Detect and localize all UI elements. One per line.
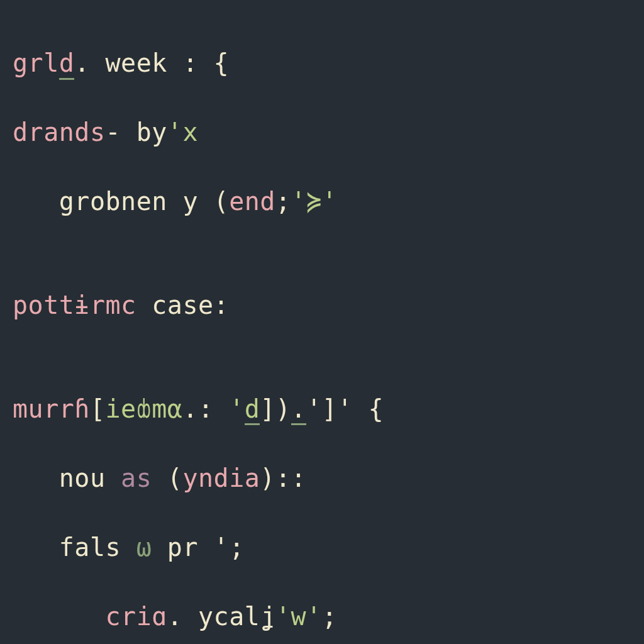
code-line: nou as (yndia)::	[13, 461, 631, 496]
token-string: '≽'	[291, 187, 338, 216]
token-identifier: fals	[13, 533, 136, 562]
token-punct: ;	[322, 602, 338, 631]
code-editor[interactable]: grld. week : { drands- by'x grobnen y (e…	[0, 0, 644, 644]
code-line: grobnen y (end;'≽'	[13, 184, 631, 219]
token-identifier: d	[59, 48, 75, 80]
code-line: grld. week : {	[13, 46, 631, 80]
token-identifier: ieȸmα	[106, 394, 183, 423]
token-punct: (	[214, 187, 230, 216]
token-identifier: pr	[167, 533, 214, 562]
token-identifier: week	[90, 48, 183, 77]
token-identifier: criɑ	[13, 602, 167, 631]
token-bracket: [	[90, 394, 106, 423]
token-punct: .	[167, 602, 198, 631]
token-punct: :	[198, 394, 229, 423]
token-identifier: murrɦ	[13, 394, 90, 423]
token-keyword: as	[121, 464, 167, 492]
token-punct: ';	[214, 533, 245, 562]
token-punct: ']' {	[306, 394, 384, 423]
token-punct: ;	[275, 187, 291, 216]
token-string: d	[245, 394, 260, 425]
token-string: '	[229, 394, 245, 423]
token-operator: -	[106, 118, 121, 147]
token-identifier: drands	[13, 118, 106, 147]
token-identifier: pottɨrmc	[13, 291, 152, 319]
token-string: 'w'	[275, 602, 322, 631]
token-punct: (	[167, 464, 183, 492]
code-line: fals ω pr ';	[13, 530, 631, 565]
token-punct: .	[74, 48, 90, 77]
token-punct: :	[214, 291, 230, 319]
token-identifier: nou	[13, 464, 121, 492]
token-identifier: grl	[13, 48, 59, 77]
token-punct: )::	[260, 464, 306, 492]
token-operator: ω	[136, 533, 167, 562]
token-keyword: case	[152, 291, 213, 319]
token-identifier: by	[121, 118, 167, 147]
token-punct: .	[291, 394, 307, 425]
token-string: 'x	[167, 118, 198, 147]
token-identifier: end	[229, 187, 275, 216]
code-line: pottɨrmc case:	[13, 288, 631, 323]
code-line: criɑ. ycalʝ'w';	[13, 599, 631, 634]
token-punct: : {	[182, 48, 229, 77]
token-identifier: grobnen	[13, 187, 182, 216]
token-punct: .	[182, 394, 198, 423]
token-identifier: y	[182, 187, 213, 216]
token-identifier: yndia	[182, 464, 260, 492]
token-identifier: ycalʝ	[198, 602, 275, 631]
code-line: drands- by'x	[13, 115, 631, 150]
code-line: murrɦ[ieȸmα.: 'd]).']' {	[13, 392, 631, 426]
token-bracket: ])	[260, 394, 291, 423]
